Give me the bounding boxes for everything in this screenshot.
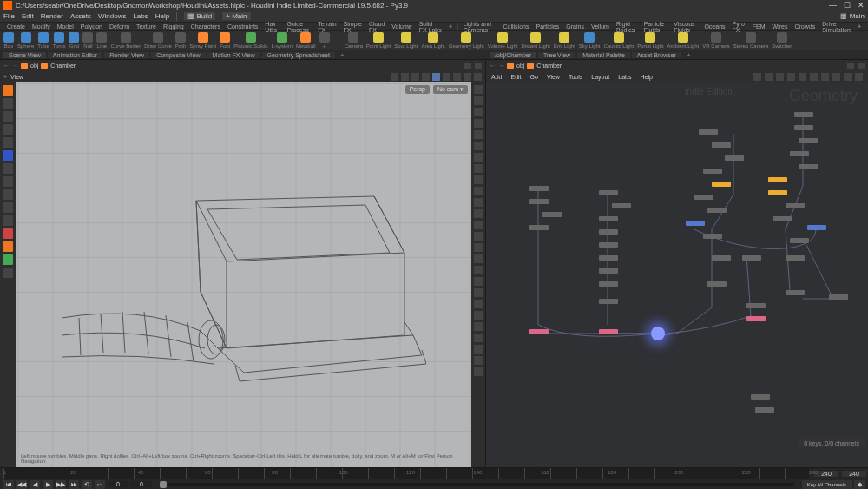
net-menu-add[interactable]: Add bbox=[491, 74, 502, 80]
shelf-tool[interactable]: Area Light bbox=[421, 32, 444, 49]
pin-icon[interactable] bbox=[847, 63, 854, 69]
net-tool-icon[interactable] bbox=[776, 73, 784, 81]
display-opt-icon[interactable] bbox=[474, 345, 483, 354]
geo-node[interactable] bbox=[807, 225, 826, 230]
handle-icon[interactable] bbox=[3, 163, 13, 174]
shelf-tool[interactable]: Env Light bbox=[554, 32, 575, 49]
pin-icon[interactable] bbox=[464, 63, 471, 69]
nav-back-icon[interactable]: ← bbox=[490, 63, 496, 69]
display-opt-icon[interactable] bbox=[474, 356, 483, 365]
pose-tool-icon[interactable] bbox=[3, 137, 13, 148]
geo-node[interactable] bbox=[712, 255, 731, 261]
net-menu-view[interactable]: View bbox=[547, 74, 560, 80]
geo-node[interactable] bbox=[599, 281, 618, 287]
shelf-tab[interactable]: FEM bbox=[749, 23, 769, 30]
maximize-button[interactable]: ☐ bbox=[844, 1, 851, 10]
geo-node[interactable] bbox=[768, 177, 787, 182]
pane-tab[interactable]: Motion FX View bbox=[207, 52, 260, 58]
cplane-icon[interactable] bbox=[3, 241, 13, 252]
geo-node[interactable] bbox=[529, 225, 549, 230]
geo-node[interactable] bbox=[599, 190, 618, 195]
geo-node[interactable] bbox=[755, 407, 774, 413]
geo-node[interactable] bbox=[703, 169, 722, 174]
geo-node[interactable] bbox=[529, 186, 549, 191]
shelf-tab[interactable]: Pyro FX bbox=[729, 21, 749, 33]
net-menu-edit[interactable]: Edit bbox=[510, 74, 521, 80]
crumb-obj[interactable]: obj bbox=[516, 63, 524, 69]
minimize-button[interactable]: — bbox=[829, 1, 837, 10]
shelf-tab[interactable]: Characters bbox=[187, 23, 224, 30]
display-opt-icon[interactable] bbox=[474, 232, 483, 241]
geo-node[interactable] bbox=[599, 299, 618, 304]
frame-end[interactable]: 240 bbox=[814, 471, 838, 477]
shelf-tool[interactable]: Distant Light bbox=[521, 32, 549, 49]
pane-tab[interactable]: Geometry Spreadsheet bbox=[262, 52, 335, 58]
geo-node[interactable] bbox=[712, 182, 731, 187]
shading-icon[interactable] bbox=[453, 73, 461, 81]
geo-node[interactable] bbox=[599, 229, 618, 235]
magnet-icon[interactable] bbox=[3, 228, 13, 239]
prev-frame-button[interactable]: ◀◀ bbox=[16, 480, 27, 489]
pane-tab[interactable]: Render View bbox=[104, 52, 149, 58]
shelf-tool[interactable]: Sphere bbox=[17, 32, 34, 49]
pane-tab[interactable]: /obj/Chamber bbox=[490, 52, 536, 58]
scale-tool-icon[interactable] bbox=[3, 124, 13, 135]
net-tool-icon[interactable] bbox=[810, 73, 818, 81]
crumb-chamber[interactable]: Chamber bbox=[50, 63, 76, 69]
net-tool-icon[interactable] bbox=[787, 73, 795, 81]
network-view[interactable]: Geometry Indie Edition bbox=[486, 82, 868, 467]
shelf-tab[interactable]: Deform bbox=[106, 23, 133, 30]
net-tool-icon[interactable] bbox=[844, 73, 852, 81]
snapshot-icon[interactable] bbox=[474, 73, 482, 81]
display-opt-icon[interactable] bbox=[474, 96, 483, 105]
net-tool-icon[interactable] bbox=[832, 73, 840, 81]
inspect-icon[interactable] bbox=[3, 202, 13, 213]
shelf-tool[interactable]: Sky Light bbox=[579, 32, 601, 49]
net-menu-tools[interactable]: Tools bbox=[569, 74, 582, 80]
geo-icon[interactable] bbox=[21, 63, 28, 69]
shelf-tab[interactable]: Grains bbox=[562, 23, 588, 30]
shelf-tool[interactable]: VR Camera bbox=[702, 32, 729, 49]
shelf-tool[interactable]: Caustic Light bbox=[604, 32, 635, 49]
shelf-tool[interactable]: Portal Light bbox=[637, 32, 663, 49]
menu-right-main[interactable]: ▦ Main bbox=[840, 12, 865, 20]
frame-field2[interactable]: 0 bbox=[131, 481, 152, 487]
shelf-tool[interactable]: L-system bbox=[272, 32, 293, 49]
desktop-main[interactable]: + Main bbox=[222, 12, 250, 20]
play-button[interactable]: ▶ bbox=[43, 480, 53, 489]
menu-edit[interactable]: Edit bbox=[22, 12, 34, 20]
desktop-build[interactable]: ▦ Build bbox=[184, 12, 215, 20]
shelf-add[interactable]: + bbox=[854, 23, 865, 30]
geo-node[interactable] bbox=[746, 303, 766, 308]
shelf-tool[interactable]: Ambient Light bbox=[667, 32, 700, 49]
shelf-tool[interactable]: Switcher bbox=[772, 32, 792, 49]
shelf-tab[interactable]: Vellum bbox=[588, 23, 613, 30]
keyframe-btn[interactable]: ◆ bbox=[854, 480, 865, 489]
menu-file[interactable]: File bbox=[3, 12, 15, 20]
nav-fwd-icon[interactable]: → bbox=[12, 63, 18, 69]
display-opt-icon[interactable] bbox=[474, 243, 483, 252]
geo-node[interactable] bbox=[529, 199, 549, 204]
crumb-chamber[interactable]: Chamber bbox=[536, 63, 562, 69]
shelf-tool[interactable]: Draw Curve bbox=[144, 32, 172, 49]
view-label[interactable]: View bbox=[10, 74, 23, 80]
viewport-opts-icon[interactable] bbox=[464, 73, 471, 81]
edit-icon[interactable] bbox=[3, 268, 13, 278]
display-opt-icon[interactable] bbox=[474, 85, 483, 94]
geo-node[interactable] bbox=[794, 125, 813, 130]
viewport-3d[interactable]: Persp No cam ▾ bbox=[16, 82, 471, 467]
next-frame-button[interactable]: ▶▶ bbox=[56, 480, 66, 489]
geo-node[interactable] bbox=[694, 195, 713, 200]
shelf-tab[interactable]: Constraints bbox=[224, 23, 261, 30]
dolly-icon[interactable] bbox=[411, 73, 419, 81]
geo-node[interactable] bbox=[707, 281, 727, 287]
pane-tab[interactable]: Material Palette bbox=[577, 52, 630, 58]
shelf-tab[interactable]: Hair Utils bbox=[261, 21, 283, 33]
geo-node[interactable] bbox=[699, 129, 718, 135]
pane-tab-add[interactable]: + bbox=[683, 51, 694, 59]
pan-icon[interactable] bbox=[401, 73, 409, 81]
geo-node[interactable] bbox=[829, 294, 848, 300]
geo-node[interactable] bbox=[742, 255, 761, 261]
geo-node[interactable] bbox=[712, 142, 731, 148]
display-opt-icon[interactable] bbox=[474, 311, 483, 320]
